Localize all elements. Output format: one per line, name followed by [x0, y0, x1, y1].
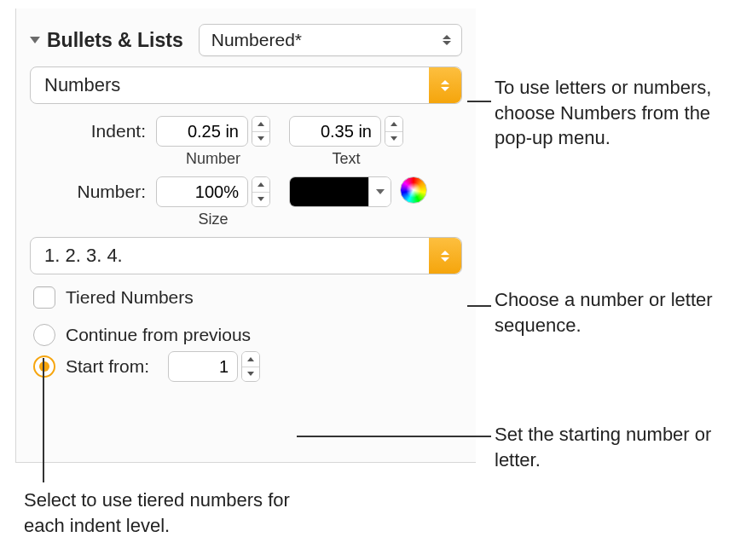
list-style-popup-label: Numbered*: [211, 30, 434, 50]
callout-start-from: Set the starting number or letter.: [495, 422, 725, 472]
color-wheel-icon[interactable]: [400, 176, 427, 204]
callout-line: [467, 101, 491, 102]
tiered-numbers-checkbox[interactable]: [33, 286, 55, 309]
stepper-buttons[interactable]: [241, 351, 260, 382]
list-style-popup[interactable]: Numbered*: [199, 24, 462, 56]
number-color-swatch[interactable]: [289, 176, 391, 207]
callout-line: [43, 358, 44, 482]
start-from-label: Start from:: [66, 356, 149, 377]
number-size-field[interactable]: [156, 176, 248, 207]
bullets-lists-panel: Bullets & Lists Numbered* Numbers Indent…: [15, 9, 476, 463]
callout-line: [467, 305, 491, 307]
indent-label: Indent:: [30, 116, 156, 141]
indent-text-field[interactable]: [289, 116, 381, 147]
tiered-numbers-row: Tiered Numbers: [33, 286, 462, 309]
stepper-buttons[interactable]: [385, 116, 403, 147]
callout-type-popup: To use letters or numbers, choose Number…: [495, 75, 725, 151]
number-size-sublabel: Size: [198, 211, 228, 228]
bullet-type-popup-label: Numbers: [44, 74, 429, 96]
indent-number-sublabel: Number: [186, 150, 240, 168]
number-row: Number: Size: [30, 176, 462, 228]
popup-cap-icon: [429, 67, 461, 103]
bullet-type-popup[interactable]: Numbers: [30, 66, 462, 104]
stepper-buttons[interactable]: [252, 176, 270, 207]
section-title: Bullets & Lists: [47, 29, 183, 52]
continue-row: Continue from previous: [33, 324, 462, 346]
section-header: Bullets & Lists Numbered*: [30, 24, 462, 56]
tiered-numbers-label: Tiered Numbers: [66, 287, 194, 308]
continue-radio[interactable]: [33, 324, 55, 346]
stepper-buttons[interactable]: [252, 116, 270, 147]
callout-tiered: Select to use tiered numbers for each in…: [24, 488, 331, 538]
indent-text-stepper[interactable]: [289, 116, 403, 147]
sequence-popup-label: 1. 2. 3. 4.: [44, 245, 429, 267]
color-dropdown-icon[interactable]: [368, 177, 391, 206]
start-from-field[interactable]: [168, 351, 238, 382]
start-from-stepper[interactable]: [168, 351, 260, 382]
color-value: [290, 177, 368, 206]
callout-sequence: Choose a number or letter sequence.: [495, 287, 733, 338]
sequence-popup[interactable]: 1. 2. 3. 4.: [30, 237, 462, 274]
number-size-stepper[interactable]: [156, 176, 270, 207]
start-from-radio[interactable]: [33, 355, 55, 378]
indent-row: Indent: Number: [30, 116, 462, 168]
disclosure-triangle-icon[interactable]: [30, 37, 40, 43]
indent-text-sublabel: Text: [332, 150, 360, 168]
continue-label: Continue from previous: [66, 325, 251, 345]
chevrons-icon: [441, 35, 453, 45]
callout-line: [297, 436, 491, 437]
start-from-row: Start from:: [33, 351, 462, 382]
indent-number-stepper[interactable]: [156, 116, 270, 147]
indent-number-field[interactable]: [156, 116, 248, 147]
popup-cap-icon: [429, 238, 461, 274]
number-label: Number:: [30, 176, 156, 202]
